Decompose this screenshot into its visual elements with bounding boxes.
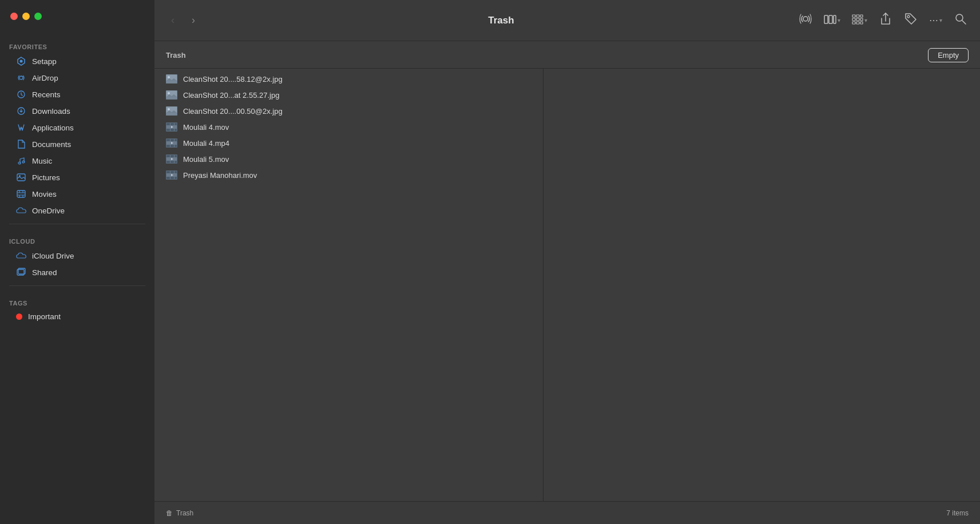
shared-icon (16, 267, 26, 277)
sidebar: Favorites SetappAirDropRecentsDownloadsA… (0, 0, 154, 524)
svg-rect-22 (856, 22, 859, 24)
grid-view-chevron: ▾ (864, 17, 867, 23)
toolbar: ‹ › Trash (154, 0, 980, 41)
svg-rect-52 (166, 145, 170, 147)
sidebar-item-label-shared: Shared (32, 268, 57, 277)
svg-rect-8 (17, 190, 25, 197)
svg-rect-29 (166, 81, 177, 84)
empty-trash-button[interactable]: Empty (928, 48, 969, 62)
file-item[interactable]: Moulali 5.mov (154, 151, 543, 167)
tags-section-label: Tags (0, 295, 154, 309)
svg-rect-62 (170, 161, 174, 163)
content-title: Trash (166, 51, 186, 59)
svg-rect-44 (170, 129, 174, 131)
back-icon: ‹ (171, 14, 174, 26)
sidebar-item-recents[interactable]: Recents (5, 86, 150, 102)
svg-point-36 (168, 108, 170, 110)
sidebar-item-label-important: Important (28, 312, 61, 321)
grid-view-button[interactable]: ▾ (848, 12, 871, 29)
maximize-button[interactable] (34, 13, 42, 20)
file-item[interactable]: CleanShot 20...at 2.55.27.jpg (154, 87, 543, 103)
video-file-icon (166, 122, 177, 132)
back-button[interactable]: ‹ (164, 11, 182, 30)
sidebar-item-music[interactable]: Music (5, 153, 150, 169)
svg-point-32 (168, 92, 170, 94)
sidebar-item-important[interactable]: Important (5, 309, 150, 324)
documents-icon (16, 139, 26, 149)
image-file-icon (166, 90, 177, 100)
more-icon: ⋯ (929, 15, 938, 26)
toolbar-actions: ▾ ▾ (795, 10, 971, 31)
svg-rect-70 (166, 177, 170, 179)
view-columns-chevron: ▾ (838, 17, 840, 23)
nav-buttons: ‹ › (164, 11, 203, 30)
sidebar-item-movies[interactable]: Movies (5, 186, 150, 202)
file-item[interactable]: CleanShot 20....58.12@2x.jpg (154, 71, 543, 87)
file-name: Moulali 5.mov (183, 155, 229, 164)
favorites-list: SetappAirDropRecentsDownloadsApplication… (0, 53, 154, 219)
sidebar-item-airdrop[interactable]: AirDrop (5, 70, 150, 86)
svg-rect-69 (174, 171, 177, 173)
video-file-icon (166, 170, 177, 180)
sidebar-item-label-documents: Documents (32, 140, 71, 149)
sidebar-item-documents[interactable]: Documents (5, 136, 150, 152)
tag-button[interactable] (900, 10, 921, 31)
sidebar-item-label-icloud-drive: iCloud Drive (32, 252, 74, 260)
file-name: CleanShot 20....58.12@2x.jpg (183, 75, 283, 84)
file-item[interactable]: Moulali 4.mp4 (154, 135, 543, 151)
sidebar-divider-1 (9, 224, 145, 224)
grid-icon (852, 14, 863, 27)
columns-icon (824, 15, 836, 26)
sidebar-item-onedrive[interactable]: OneDrive (5, 203, 150, 219)
close-button[interactable] (10, 13, 18, 20)
sidebar-item-applications[interactable]: Applications (5, 120, 150, 136)
content-header: Trash Empty (154, 41, 980, 69)
sidebar-item-label-setapp: Setapp (32, 57, 57, 66)
forward-button[interactable]: › (184, 11, 203, 30)
more-button[interactable]: ⋯ ▾ (926, 13, 946, 28)
sidebar-item-icloud-drive[interactable]: iCloud Drive (5, 248, 150, 264)
share-button[interactable] (875, 10, 896, 31)
minimize-button[interactable] (22, 13, 30, 20)
sidebar-item-pictures[interactable]: Pictures (5, 169, 150, 185)
content-area: Trash Empty CleanShot 20....58.12@2x.jpg… (154, 41, 980, 524)
tag-icon (904, 13, 917, 28)
svg-point-25 (956, 14, 963, 21)
file-item[interactable]: Moulali 4.mov (154, 119, 543, 135)
airdrop-toolbar-button[interactable] (795, 10, 816, 31)
setapp-icon (16, 56, 26, 66)
search-button[interactable] (950, 10, 971, 31)
view-columns-button[interactable]: ▾ (820, 13, 844, 29)
status-bar: 🗑 Trash 7 items (154, 501, 980, 524)
svg-rect-59 (170, 155, 174, 157)
file-name: Preyasi Manohari.mov (183, 171, 257, 180)
tag-dot-important (16, 313, 22, 320)
sidebar-item-setapp[interactable]: Setapp (5, 53, 150, 69)
svg-rect-17 (860, 15, 863, 17)
sidebar-divider-2 (9, 285, 145, 286)
forward-icon: › (192, 14, 195, 26)
breadcrumb-label: Trash (176, 509, 193, 517)
sidebar-item-label-downloads: Downloads (32, 107, 70, 116)
recents-icon (16, 89, 26, 100)
svg-rect-45 (174, 129, 177, 131)
sidebar-item-label-recents: Recents (32, 90, 61, 99)
sidebar-item-shared[interactable]: Shared (5, 264, 150, 280)
svg-rect-40 (166, 123, 170, 125)
movies-icon (16, 189, 26, 199)
svg-point-11 (803, 17, 808, 21)
image-file-icon (166, 106, 177, 116)
file-item[interactable]: CleanShot 20....00.50@2x.jpg (154, 103, 543, 119)
svg-rect-37 (166, 113, 177, 116)
svg-point-24 (907, 15, 910, 18)
sidebar-item-label-airdrop: AirDrop (32, 74, 58, 82)
onedrive-icon (16, 205, 26, 216)
favorites-section-label: Favorites (0, 39, 154, 53)
svg-rect-19 (856, 18, 859, 21)
sidebar-item-downloads[interactable]: Downloads (5, 103, 150, 119)
music-icon (16, 156, 26, 166)
svg-point-7 (19, 175, 21, 177)
file-item[interactable]: Preyasi Manohari.mov (154, 167, 543, 183)
main-panel: ‹ › Trash (154, 0, 980, 524)
svg-rect-43 (166, 129, 170, 131)
